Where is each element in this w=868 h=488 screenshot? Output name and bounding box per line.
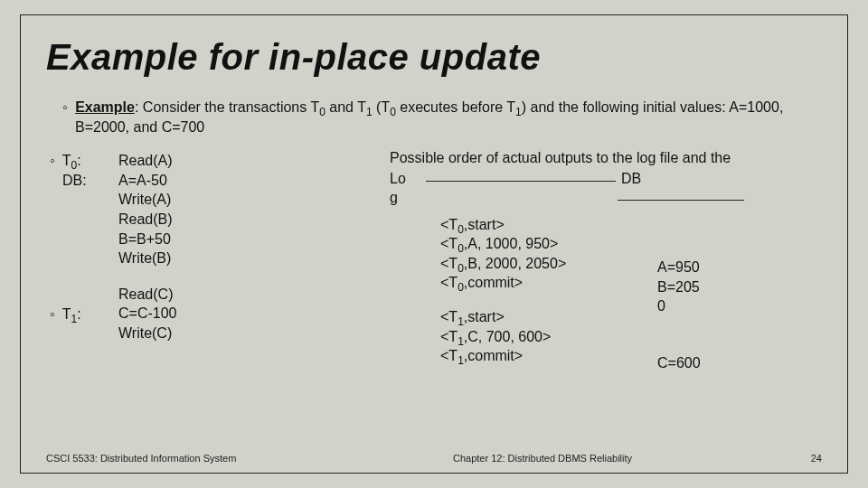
- example-t0-sub: 0: [319, 106, 326, 118]
- db-header: DB: [616, 170, 744, 201]
- db-label: DB: [621, 170, 744, 189]
- t1-op: Read(C): [118, 285, 176, 305]
- footer: CSCI 5533: Distributed Information Syste…: [46, 453, 822, 464]
- t0-op: Write(A): [118, 190, 173, 210]
- t0-label-colon: :: [77, 153, 80, 168]
- bullet-icon: ◦: [50, 306, 59, 322]
- log-entry: <T1,commit>: [440, 346, 822, 366]
- t1-label: ◦ T1:: [50, 285, 95, 324]
- t0-op: Read(A): [118, 151, 173, 171]
- t0-op: Read(B): [118, 210, 173, 230]
- footer-center: Chapter 12: Distributed DBMS Reliability: [317, 453, 768, 464]
- possible-order-text-span: Possible order of actual outputs to the …: [390, 150, 731, 165]
- t0-ops: Read(A) A=A-50 Write(A) Read(B) B=B+50 W…: [118, 151, 173, 268]
- log-entry: <T0,start>: [440, 215, 822, 235]
- example-label: Example: [75, 99, 135, 115]
- db-value: A=950: [657, 258, 700, 277]
- footer-page-number: 24: [768, 453, 822, 464]
- t0-op: A=A-50: [118, 171, 173, 191]
- example-t0-sub-2: 0: [390, 106, 396, 118]
- log-entry: <T1,start>: [440, 307, 822, 327]
- possible-order-text: Possible order of actual outputs to the …: [390, 149, 822, 168]
- bullet-icon: ◦: [50, 153, 59, 168]
- log-db-header-row: Lo g DB: [390, 170, 822, 208]
- t0-label-text: T: [62, 153, 71, 168]
- log-entry: <T0,B, 2000, 2050>: [440, 254, 822, 274]
- t0-label: ◦ T0: DB:: [50, 151, 95, 190]
- t0-op: Write(B): [118, 249, 173, 268]
- db-values-t0: A=950 B=205 0: [657, 258, 700, 316]
- log-header: Lo g: [390, 170, 426, 208]
- log-rule-col: [426, 170, 616, 182]
- slide: Example for in-place update ◦ Example: C…: [0, 0, 868, 488]
- t1-op: Write(C): [118, 324, 176, 343]
- t1-label-colon: :: [77, 306, 80, 322]
- example-text-mid2: (T: [373, 99, 391, 115]
- log-label-line1: Lo: [390, 170, 426, 189]
- example-t1-sub-2: 1: [515, 106, 522, 118]
- t1-op: C=C-100: [118, 304, 176, 324]
- log-entry: <T1,C, 700, 600>: [440, 327, 822, 347]
- log-group-t0: <T0,start> <T0,A, 1000, 950> <T0,B, 2000…: [440, 215, 822, 293]
- footer-left: CSCI 5533: Distributed Information Syste…: [46, 453, 317, 464]
- db-rule: [618, 200, 744, 201]
- t0-op: B=B+50: [118, 230, 173, 249]
- t1-block: ◦ T1: Read(C) C=C-100 Write(C): [50, 285, 357, 343]
- log-group-t1: <T1,start> <T1,C, 700, 600> <T1,commit>: [440, 307, 822, 366]
- bullet-icon: ◦: [62, 99, 71, 115]
- db-value: C=600: [657, 353, 701, 373]
- log-entry: <T0,commit>: [440, 273, 822, 293]
- slide-title: Example for in-place update: [46, 37, 822, 78]
- t1-ops: Read(C) C=C-100 Write(C): [118, 285, 176, 343]
- left-column: ◦ T0: DB: Read(A) A=A-50 Write(A) Read(B…: [50, 151, 357, 359]
- body-row: ◦ T0: DB: Read(A) A=A-50 Write(A) Read(B…: [50, 151, 822, 366]
- example-statement: ◦ Example: Consider the transactions T0 …: [62, 98, 822, 136]
- example-text-mid3: executes before T: [396, 99, 515, 115]
- example-t1-sub: 1: [366, 106, 373, 118]
- example-text-before: : Consider the transactions T: [135, 99, 319, 115]
- example-text-mid1: and T: [326, 99, 366, 115]
- slide-frame: Example for in-place update ◦ Example: C…: [20, 14, 848, 474]
- db-values-t1: C=600: [657, 353, 701, 373]
- log-rule: [426, 181, 616, 182]
- right-column: Possible order of actual outputs to the …: [390, 149, 822, 366]
- t0-db-label: DB:: [62, 171, 95, 191]
- log-label-line2: g: [390, 189, 426, 208]
- db-value: B=205: [657, 277, 700, 297]
- db-value: 0: [657, 296, 700, 316]
- log-entry: <T0,A, 1000, 950>: [440, 234, 822, 254]
- t1-label-text: T: [62, 306, 71, 322]
- t0-block: ◦ T0: DB: Read(A) A=A-50 Write(A) Read(B…: [50, 151, 357, 268]
